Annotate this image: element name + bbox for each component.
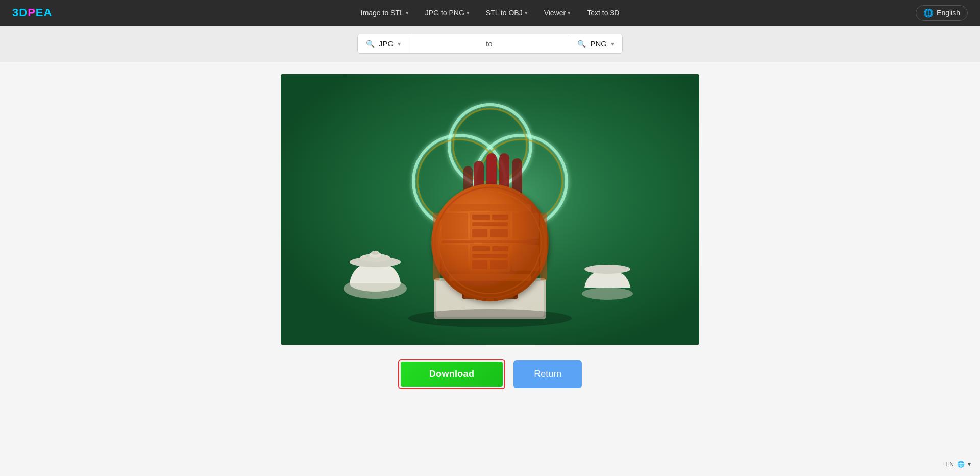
to-label: to (409, 34, 569, 53)
chevron-down-icon: ▾ (968, 461, 971, 468)
from-format-select[interactable]: 🔍 JPG ▾ (358, 34, 409, 53)
converter-bar: 🔍 JPG ▾ to 🔍 PNG ▾ (0, 26, 980, 62)
svg-rect-30 (492, 215, 508, 220)
svg-rect-27 (540, 213, 547, 280)
logo-p: P (28, 6, 36, 19)
chevron-down-icon: ▾ (467, 10, 470, 16)
svg-rect-37 (472, 254, 508, 258)
nav-stl-to-obj[interactable]: STL to OBJ ▾ (480, 6, 534, 20)
search-icon: 🔍 (577, 40, 586, 48)
svg-rect-44 (512, 245, 539, 271)
main-content: Download Return (0, 62, 980, 475)
nav-links: Image to STL ▾ JPG to PNG ▾ STL to OBJ ▾… (355, 6, 626, 20)
download-button[interactable]: Download (401, 362, 503, 387)
return-button[interactable]: Return (513, 360, 582, 388)
bottom-lang[interactable]: EN 🌐 ▾ (945, 461, 971, 468)
search-icon: 🔍 (366, 40, 375, 48)
svg-rect-31 (472, 222, 508, 226)
svg-rect-33 (490, 229, 508, 237)
logo-ea: EA (36, 6, 53, 19)
logo-3d: 3D (12, 6, 28, 19)
svg-rect-39 (490, 260, 508, 269)
button-row: Download Return (398, 359, 582, 389)
image-preview (281, 74, 699, 345)
svg-rect-36 (492, 246, 508, 251)
svg-rect-41 (442, 213, 468, 239)
svg-rect-32 (472, 229, 487, 237)
svg-point-52 (584, 265, 630, 274)
svg-point-51 (582, 288, 633, 300)
svg-rect-42 (512, 213, 539, 239)
bottom-lang-code: EN (945, 461, 954, 468)
svg-rect-40 (442, 240, 538, 243)
svg-rect-29 (472, 215, 490, 220)
nav-text-to-3d[interactable]: Text to 3D (581, 6, 625, 20)
chevron-down-icon: ▾ (568, 10, 571, 16)
svg-point-53 (408, 309, 572, 327)
to-format-select[interactable]: 🔍 PNG ▾ (569, 34, 622, 53)
language-button[interactable]: 🌐 English (916, 5, 968, 21)
mooncake-svg (281, 74, 699, 345)
nav-image-to-stl[interactable]: Image to STL ▾ (355, 6, 415, 20)
chevron-down-icon: ▾ (398, 40, 401, 47)
nav-viewer[interactable]: Viewer ▾ (538, 6, 577, 20)
navbar: 3D P EA Image to STL ▾ JPG to PNG ▾ STL … (0, 0, 980, 26)
svg-rect-38 (472, 260, 487, 269)
svg-point-50 (371, 251, 379, 255)
globe-icon: 🌐 (923, 8, 934, 18)
svg-rect-25 (449, 274, 531, 281)
svg-rect-26 (433, 213, 440, 280)
chevron-down-icon: ▾ (611, 40, 614, 47)
converter-inner: 🔍 JPG ▾ to 🔍 PNG ▾ (357, 34, 623, 54)
svg-rect-43 (442, 245, 468, 271)
chevron-down-icon: ▾ (525, 10, 528, 16)
svg-rect-35 (472, 246, 490, 251)
globe-icon-bottom: 🌐 (957, 461, 965, 468)
logo[interactable]: 3D P EA (12, 6, 52, 19)
svg-rect-24 (449, 204, 531, 211)
download-button-wrapper: Download (398, 359, 505, 389)
chevron-down-icon: ▾ (406, 10, 409, 16)
nav-jpg-to-png[interactable]: JPG to PNG ▾ (419, 6, 476, 20)
